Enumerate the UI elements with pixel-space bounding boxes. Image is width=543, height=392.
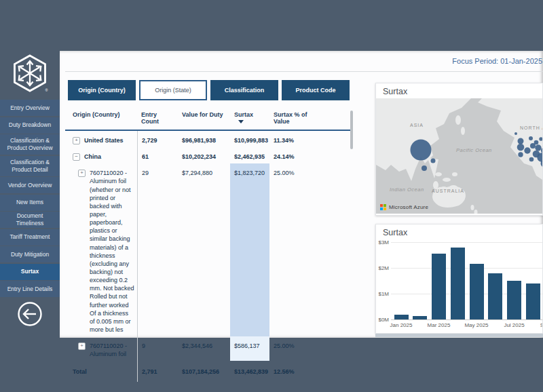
gridline	[391, 242, 543, 243]
row-label: 7607110020 - Aluminum foil	[90, 342, 134, 358]
sidebar-nav: Entry OverviewDuty BreakdownClassificati…	[0, 100, 60, 298]
map-attribution: Microsoft Azure	[380, 204, 428, 210]
bar-jul-2025[interactable]	[507, 281, 521, 319]
sidebar-item-label: Surtax	[21, 268, 39, 275]
tab-classification[interactable]: Classification	[210, 80, 278, 100]
cell-value-for-duty: $7,294,880	[178, 163, 230, 336]
map-bubble-na[interactable]	[529, 136, 533, 140]
arrow-left-icon	[24, 309, 36, 319]
sidebar-item-label: Document Timeliness	[3, 212, 56, 227]
cell-entry-count: 2,791	[137, 361, 178, 381]
row-label: Total	[73, 368, 87, 376]
tab-origin-country[interactable]: Origin (Country)	[68, 80, 136, 100]
map-label-north-america: NORTH AMERICA	[520, 125, 543, 130]
map-bubble-na[interactable]	[530, 143, 536, 149]
surtax-map-card: Surtax Microsof	[375, 83, 543, 216]
table-row-china[interactable]: −China61$10,202,234$2,462,93524.14%	[65, 147, 353, 163]
map-bubble-na[interactable]	[524, 147, 530, 153]
company-hexagon-logo: ®	[12, 54, 48, 93]
map-label-indian-ocean: Indian Ocean	[390, 187, 424, 193]
map-label-asia: ASIA	[410, 123, 424, 128]
bar-apr-2025[interactable]	[451, 248, 465, 319]
sidebar-item-label: Classification & Product Overview	[3, 137, 56, 151]
gridline	[391, 268, 543, 269]
microsoft-logo-icon	[380, 204, 386, 210]
bar-jan-2025[interactable]	[394, 315, 409, 319]
expand-plus-icon[interactable]: +	[78, 342, 86, 350]
map-bubble-na[interactable]	[517, 144, 525, 151]
bar-mar-2025[interactable]	[432, 254, 446, 319]
row-label: United States	[84, 136, 124, 144]
cell-surtax-pct: 11.34%	[269, 131, 319, 147]
cell-surtax-pct: 25.00%	[269, 163, 319, 336]
sidebar-item-document-timeliness[interactable]: Document Timeliness	[0, 212, 60, 228]
sidebar-item-classification-product-overview[interactable]: Classification & Product Overview	[0, 134, 60, 155]
y-axis-tick: $1M	[376, 291, 389, 297]
cell-origin: +7607110020 - Aluminum foil	[65, 336, 137, 361]
tab-product-code[interactable]: Product Code	[282, 80, 350, 100]
cell-origin: −China	[65, 147, 137, 163]
cell-entry-count: 61	[137, 147, 178, 163]
cell-surtax-pct: 24.14%	[269, 147, 319, 163]
y-axis-tick: $3M	[376, 239, 389, 246]
cell-origin: +7607110020 - Aluminum foil (whether or …	[65, 163, 137, 336]
map-bubble-na[interactable]	[529, 157, 534, 162]
map-bubble-na[interactable]	[514, 132, 517, 135]
cell-surtax: $13,462,839	[230, 361, 269, 381]
table-body: +United States2,729$96,981,938$10,999,88…	[65, 131, 353, 382]
table-row-total[interactable]: Total2,791$107,184,256$13,462,83912.56%	[65, 361, 353, 381]
map-bubble-china[interactable]	[411, 140, 432, 161]
sidebar-item-vendor-overview[interactable]: Vendor Overview	[0, 177, 60, 193]
chart-card-bottom-scrollbar[interactable]	[375, 334, 543, 337]
tab-origin-state[interactable]: Origin (State)	[139, 80, 207, 100]
column-header-value-for-duty[interactable]: Value for Duty	[178, 109, 230, 130]
sidebar-item-label: Duty Breakdown	[9, 121, 51, 129]
bar-aug-2025[interactable]	[526, 283, 540, 319]
sidebar-item-entry-line-details[interactable]: Entry Line Details	[0, 281, 60, 297]
map-label-australia: AUSTRALIA	[432, 189, 464, 193]
sidebar-item-tariff-treatment[interactable]: Tariff Treatment	[0, 229, 60, 246]
row-label: 7607110020 - Aluminum foil (whether or n…	[90, 169, 134, 334]
sidebar-item-duty-mitigation[interactable]: Duty Mitigation	[0, 246, 60, 262]
map-bubble-na[interactable]	[518, 152, 523, 157]
sidebar-item-surtax[interactable]: Surtax	[0, 264, 60, 280]
world-map[interactable]: Microsoft Azure ASIANORTH AMERICAPacific…	[376, 98, 542, 214]
table-header-row: Origin (Country)Entry CountValue for Dut…	[65, 109, 353, 131]
column-header-surtax-of-value[interactable]: Surtax % of Value	[269, 109, 319, 130]
expand-plus-icon[interactable]: +	[73, 137, 80, 144]
cell-surtax-pct: 12.56%	[269, 361, 319, 381]
column-header-surtax[interactable]: Surtax	[230, 109, 269, 130]
column-header-entry-count[interactable]: Entry Count	[137, 109, 178, 130]
sidebar-item-new-items[interactable]: New Items	[0, 195, 60, 211]
sidebar-item-entry-overview[interactable]: Entry Overview	[0, 100, 60, 116]
bar-may-2025[interactable]	[470, 264, 484, 319]
map-bubble-vietnam[interactable]	[422, 165, 427, 171]
table-row-7607110020-aluminu[interactable]: +7607110020 - Aluminum foil (whether or …	[65, 163, 353, 336]
cell-entry-count: 9	[137, 336, 178, 361]
table-scrollbar[interactable]	[350, 111, 353, 149]
bar-feb-2025[interactable]	[413, 316, 427, 319]
column-header-origin-country[interactable]: Origin (Country)	[65, 109, 137, 130]
map-card-title: Surtax	[376, 83, 542, 96]
surtax-matrix: Origin (Country)Entry CountValue for Dut…	[65, 109, 353, 382]
x-axis-tick: Mar 2025	[424, 322, 454, 328]
cell-surtax-pct: 25.00%	[269, 336, 319, 361]
sidebar-item-classification-product-detail[interactable]: Classification & Product Detail	[0, 156, 60, 176]
map-bubble-na[interactable]	[535, 144, 541, 151]
sort-descending-icon	[238, 120, 244, 123]
cell-surtax: $586,137	[230, 336, 269, 361]
table-row-united-states[interactable]: +United States2,729$96,981,938$10,999,88…	[65, 131, 353, 147]
sidebar-item-label: Classification & Product Detail	[3, 159, 56, 173]
cell-surtax: $2,462,935	[230, 147, 269, 163]
map-label-pacific-ocean: Pacific Ocean	[456, 147, 492, 153]
map-bubble-taiwan[interactable]	[431, 159, 436, 163]
collapse-minus-icon[interactable]: −	[73, 153, 80, 161]
bar-jun-2025[interactable]	[488, 273, 502, 319]
sidebar: ® Entry OverviewDuty BreakdownClassifica…	[0, 0, 60, 392]
back-button[interactable]	[17, 301, 43, 327]
map-bubble-na[interactable]	[518, 138, 524, 144]
sidebar-item-duty-breakdown[interactable]: Duty Breakdown	[0, 117, 60, 134]
focus-period-label: Focus Period: 01-Jan-2025	[452, 57, 542, 65]
table-row-7607110020-aluminu[interactable]: +7607110020 - Aluminum foil9$2,344,546$5…	[65, 336, 353, 361]
expand-plus-icon[interactable]: +	[78, 170, 86, 177]
